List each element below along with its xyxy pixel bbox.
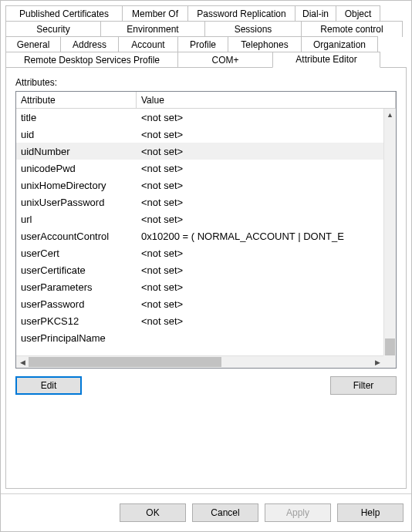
table-row[interactable]: unicodePwd<not set> bbox=[16, 160, 383, 177]
tab-address[interactable]: Address bbox=[60, 36, 119, 52]
scroll-up-icon[interactable]: ▲ bbox=[384, 109, 396, 121]
table-row[interactable]: url<not set> bbox=[16, 210, 383, 227]
table-row[interactable]: userCertificate<not set> bbox=[16, 261, 383, 278]
hscroll-thumb[interactable] bbox=[29, 357, 221, 367]
properties-dialog: Published CertificatesMember OfPassword … bbox=[0, 0, 412, 532]
cell-value: <not set> bbox=[137, 129, 383, 140]
cell-value: <not set> bbox=[137, 197, 383, 208]
panel-button-row: Edit Filter bbox=[15, 376, 397, 395]
attribute-editor-panel: Attributes: Attribute Value title<not se… bbox=[5, 67, 407, 489]
listview-header: Attribute Value bbox=[16, 92, 396, 109]
cell-value: 0x10200 = ( NORMAL_ACCOUNT | DONT_E bbox=[137, 231, 383, 242]
cell-attribute: userPrincipalName bbox=[16, 332, 137, 344]
cell-value: <not set> bbox=[137, 264, 383, 276]
scroll-right-icon[interactable]: ▶ bbox=[371, 356, 383, 368]
cell-attribute: userParameters bbox=[16, 281, 137, 293]
attributes-listview[interactable]: Attribute Value title<not set>uid<not se… bbox=[15, 91, 397, 369]
table-row[interactable]: userPKCS12<not set> bbox=[16, 312, 383, 329]
scroll-left-icon[interactable]: ◀ bbox=[16, 356, 29, 368]
tab-general[interactable]: General bbox=[5, 36, 61, 52]
tab-security[interactable]: Security bbox=[5, 21, 101, 37]
attributes-label: Attributes: bbox=[15, 77, 397, 88]
column-header-attribute[interactable]: Attribute bbox=[16, 92, 137, 108]
cell-attribute: title bbox=[16, 112, 137, 123]
table-row[interactable]: userAccountControl0x10200 = ( NORMAL_ACC… bbox=[16, 227, 383, 244]
table-row[interactable]: userPassword<not set> bbox=[16, 295, 383, 312]
tab-remote-control[interactable]: Remote control bbox=[301, 21, 403, 37]
cell-attribute: userAccountControl bbox=[16, 231, 137, 242]
cell-value: <not set> bbox=[137, 315, 383, 327]
scroll-corner bbox=[383, 355, 396, 368]
cell-value: <not set> bbox=[137, 247, 383, 259]
cell-attribute: uidNumber bbox=[16, 146, 137, 157]
cell-attribute: unicodePwd bbox=[16, 163, 137, 174]
table-row[interactable]: userCert<not set> bbox=[16, 244, 383, 261]
cell-value: <not set> bbox=[137, 214, 383, 225]
table-row[interactable]: unixUserPassword<not set> bbox=[16, 194, 383, 210]
tab-remote-desktop-services-profile[interactable]: Remote Desktop Services Profile bbox=[5, 52, 178, 68]
vscroll-track[interactable] bbox=[384, 121, 396, 343]
horizontal-scrollbar[interactable]: ◀ ▶ bbox=[16, 355, 383, 368]
cell-value: <not set> bbox=[137, 146, 383, 157]
cell-value: <not set> bbox=[137, 163, 383, 174]
tab-telephones[interactable]: Telephones bbox=[228, 36, 302, 52]
cell-value: <not set> bbox=[137, 298, 383, 310]
tab-password-replication[interactable]: Password Replication bbox=[187, 5, 295, 22]
apply-button[interactable]: Apply bbox=[265, 503, 331, 522]
table-row[interactable]: uid<not set> bbox=[16, 126, 383, 143]
tab-object[interactable]: Object bbox=[336, 5, 380, 22]
tab-environment[interactable]: Environment bbox=[100, 21, 205, 37]
help-button[interactable]: Help bbox=[337, 503, 404, 522]
table-row[interactable]: title<not set> bbox=[16, 109, 383, 126]
tab-organization[interactable]: Organization bbox=[301, 36, 378, 52]
tab-published-certificates[interactable]: Published Certificates bbox=[5, 5, 123, 22]
cell-value: <not set> bbox=[137, 112, 383, 123]
table-row[interactable]: userPrincipalName bbox=[16, 329, 383, 346]
hscroll-track[interactable] bbox=[29, 356, 371, 368]
tab-profile[interactable]: Profile bbox=[177, 36, 228, 52]
cell-attribute: unixUserPassword bbox=[16, 197, 137, 208]
cell-attribute: unixHomeDirectory bbox=[16, 180, 137, 191]
column-header-value[interactable]: Value bbox=[137, 92, 396, 108]
tab-member-of[interactable]: Member Of bbox=[122, 5, 188, 22]
cell-attribute: userPKCS12 bbox=[16, 315, 137, 327]
tab-com[interactable]: COM+ bbox=[177, 52, 273, 68]
listview-body: title<not set>uid<not set>uidNumber<not … bbox=[16, 109, 396, 368]
cell-attribute: url bbox=[16, 214, 137, 225]
cell-attribute: userCertificate bbox=[16, 264, 137, 276]
dialog-button-bar: OK Cancel Apply Help bbox=[1, 493, 411, 531]
cell-attribute: userCert bbox=[16, 247, 137, 259]
table-row[interactable]: uidNumber<not set> bbox=[16, 143, 383, 160]
tab-account[interactable]: Account bbox=[118, 36, 178, 52]
tab-dial-in[interactable]: Dial-in bbox=[295, 5, 336, 22]
edit-button[interactable]: Edit bbox=[15, 376, 82, 395]
tab-attribute-editor[interactable]: Attribute Editor bbox=[272, 52, 380, 68]
cancel-button[interactable]: Cancel bbox=[192, 503, 258, 522]
table-row[interactable]: unixHomeDirectory<not set> bbox=[16, 177, 383, 194]
cell-value: <not set> bbox=[137, 180, 383, 191]
filter-button[interactable]: Filter bbox=[330, 376, 397, 395]
cell-value: <not set> bbox=[137, 281, 383, 293]
ok-button[interactable]: OK bbox=[120, 503, 186, 522]
table-row[interactable]: userParameters<not set> bbox=[16, 278, 383, 295]
tab-strip: Published CertificatesMember OfPassword … bbox=[1, 1, 411, 67]
tab-sessions[interactable]: Sessions bbox=[204, 21, 302, 37]
vertical-scrollbar[interactable]: ▲ ▼ bbox=[383, 109, 396, 355]
cell-attribute: uid bbox=[16, 129, 137, 140]
cell-attribute: userPassword bbox=[16, 298, 137, 310]
